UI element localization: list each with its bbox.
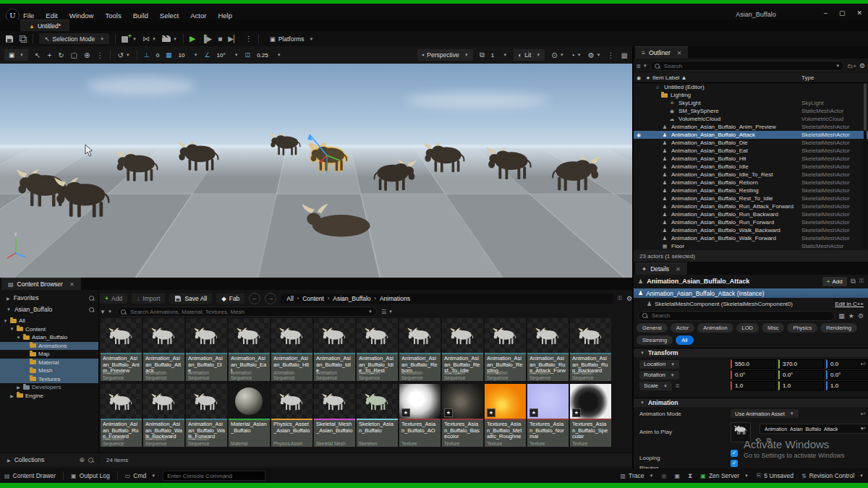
close-button[interactable]: ✕ xyxy=(856,9,862,17)
outliner-row[interactable]: ♟ Animation_Asian_Buffalo_Walk_Forward S… xyxy=(634,234,868,242)
outliner-row[interactable]: ♟ Animation_Asian_Buffalo_Eat SkeletalMe… xyxy=(634,147,868,155)
y-value-field[interactable]: 370.0 xyxy=(778,359,824,369)
outliner-row[interactable]: ♟ Animation_Asian_Buffalo_Rest_To_Idle S… xyxy=(634,194,868,202)
favorites-row[interactable]: ▶ Favorites xyxy=(0,292,98,304)
close-tab-icon[interactable]: ✕ xyxy=(677,50,682,56)
anim-asset-thumbnail[interactable] xyxy=(731,422,751,442)
asset-tile[interactable]: ★ Textures_Asian_Buffalo_AO Texture xyxy=(399,384,441,447)
menu-item[interactable]: Window xyxy=(69,12,94,20)
frame-skip-button[interactable]: ▐▶ xyxy=(201,35,212,43)
menu-item[interactable]: Actor xyxy=(190,12,206,20)
favorites-star-icon[interactable]: ★ xyxy=(848,312,854,320)
menu-item[interactable]: Tools xyxy=(105,12,121,20)
background-tasks-icon[interactable]: ⧗ xyxy=(688,472,692,480)
filter-chip[interactable]: Animation xyxy=(697,323,733,333)
outliner-row[interactable]: ♟ Animation_Asian_Buffalo_Anim_Preview S… xyxy=(634,123,868,131)
asset-tile[interactable]: ★ Animation_Asian_Buffalo_Attack Animati… xyxy=(143,318,184,381)
reset-to-default-icon[interactable]: ↩ xyxy=(861,411,866,417)
trace-dropdown[interactable]: ▥ Trace▼ xyxy=(621,472,654,479)
outliner-filter-icon[interactable]: ≡▼ xyxy=(637,62,647,70)
folder-tree-item[interactable]: Map xyxy=(0,350,98,359)
search-icon[interactable] xyxy=(89,307,94,312)
rotate-tool-icon[interactable]: ↻ xyxy=(58,51,64,59)
asset-searchbox[interactable]: ▼ xyxy=(116,307,377,317)
capture-icon[interactable]: ▣ xyxy=(674,473,680,479)
outliner-row[interactable]: ♟ Animation_Asian_Buffalo_Walk_Backward … xyxy=(634,226,868,234)
transform-section-header[interactable]: ▼Transform xyxy=(634,348,868,357)
minimize-button[interactable]: – xyxy=(824,9,827,17)
add-button[interactable]: +Add xyxy=(100,294,127,304)
folder-tree-item[interactable]: ▼ Content xyxy=(0,325,98,334)
outliner-row[interactable]: ♟ Animation_Asian_Buffalo_Run_Forward Sk… xyxy=(634,218,868,226)
expand-arrow-icon[interactable]: ▶ xyxy=(16,385,21,390)
y-value-field[interactable]: 1.0 xyxy=(778,381,824,390)
folder-tree-item[interactable]: Mesh xyxy=(0,367,98,375)
folder-tree-item[interactable]: ▶ Engine xyxy=(0,392,98,401)
folder-tree-item[interactable]: Animations xyxy=(0,342,98,351)
perspective-dropdown[interactable]: ▪ Perspective▼ xyxy=(417,49,472,61)
visibility-column-eye-icon[interactable]: ◉ xyxy=(634,75,644,81)
platforms-dropdown[interactable]: ▣ Platforms▼ xyxy=(265,33,319,44)
camera-speed-icon[interactable]: ↺▼ xyxy=(117,51,129,59)
grid-snap-icon[interactable]: ▦ xyxy=(166,51,172,59)
breadcrumb-item[interactable]: All xyxy=(286,295,293,302)
viewport-options-dropdown[interactable]: ▣▼ xyxy=(4,49,28,61)
filter-chip[interactable]: Physics xyxy=(787,323,817,333)
add-collection-icon[interactable]: ⊕ xyxy=(79,456,85,463)
stop-button[interactable]: ■ xyxy=(218,35,222,43)
breadcrumb-item[interactable]: Animations xyxy=(380,295,410,302)
fab-button[interactable]: ◆Fab xyxy=(216,294,244,304)
asset-tile[interactable]: ★ Animation_Asian_Buffalo_Walk_Backward … xyxy=(143,384,184,447)
outliner-row[interactable]: ♟ Animation_Asian_Buffalo_Reborn Skeleta… xyxy=(634,179,868,187)
filter-chip[interactable]: LOD xyxy=(736,323,759,333)
x-value-field[interactable]: 1.0 xyxy=(731,381,776,390)
import-button[interactable]: ↓Import xyxy=(132,294,165,304)
back-arrow-icon[interactable]: ← xyxy=(249,293,260,304)
filter-chip[interactable]: General xyxy=(637,323,668,333)
outliner-row[interactable]: ⌂ Untitled (Editor) xyxy=(634,83,868,91)
blueprints-icon[interactable]: ⋈▼ xyxy=(142,35,156,43)
filter-chip[interactable]: Actor xyxy=(671,323,695,333)
viewport-3d[interactable]: z xyxy=(0,64,632,278)
asset-tile[interactable]: ★ Material_Asian_Buffalo Material xyxy=(229,384,270,447)
expand-arrow-icon[interactable]: ▼ xyxy=(9,327,14,331)
viewport-kebab-icon[interactable]: ⋮ xyxy=(608,51,615,59)
view-options-icon[interactable]: ☰▼ xyxy=(381,309,393,315)
save-all-button[interactable]: Save All xyxy=(169,294,212,304)
filter-chip[interactable]: Misc xyxy=(762,323,784,333)
source-control-icon[interactable]: ⧉ xyxy=(19,33,27,46)
breadcrumb-item[interactable]: Content xyxy=(302,295,324,302)
asset-tile[interactable]: ★ Animation_Asian_Buffalo_Reborn Animati… xyxy=(399,318,441,381)
details-search-input[interactable] xyxy=(650,312,830,320)
asset-tile[interactable]: ★ Animation_Asian_Buffalo_Run_Forward An… xyxy=(101,384,142,447)
lit-mode-dropdown[interactable]: ◐ Lit▼ xyxy=(514,49,545,61)
asset-tile[interactable]: ★ Animation_Asian_Buffalo_Walk_Forward A… xyxy=(186,384,227,447)
content-settings-gear-icon[interactable]: ⚙ xyxy=(626,295,632,302)
viewport-settings-gear-icon[interactable]: ⚙▼ xyxy=(588,51,601,59)
use-selected-asset-icon[interactable]: ⧉ xyxy=(767,437,771,445)
asset-tile[interactable]: ★ Textures_Asian_Buffalo_Specular Textur… xyxy=(570,384,611,447)
edit-in-cpp-link[interactable]: Edit in C++ xyxy=(835,301,864,307)
add-actor-icon[interactable]: +▼ xyxy=(122,35,137,43)
outliner-search-input[interactable] xyxy=(663,62,831,70)
details-instance-row[interactable]: ♟ Animation_Asian_Buffalo_Attack (Instan… xyxy=(634,288,868,298)
menu-item[interactable]: Build xyxy=(133,12,148,20)
asset-tile[interactable]: ★ Animation_Asian_Buffalo_Run_Attack_For… xyxy=(527,318,569,381)
transform-kebab-icon[interactable]: ⋮ xyxy=(96,51,103,59)
rotation-snap-icon[interactable]: ∠ xyxy=(204,51,210,59)
maximize-viewport-icon[interactable]: ▦ xyxy=(621,51,628,59)
search-chevron-icon[interactable]: ▼ xyxy=(368,309,373,314)
outliner-row[interactable]: ◉ SM_SkySphere StaticMeshActor xyxy=(634,107,868,115)
project-row[interactable]: ▼ Asian_Buffalo xyxy=(0,304,98,315)
display-options-icon[interactable]: ▦ xyxy=(838,312,845,320)
close-tab-icon[interactable]: ✕ xyxy=(676,266,681,273)
cmd-dropdown[interactable]: ▭ Cmd▼ xyxy=(125,472,156,479)
screenshot-icon[interactable]: ◎ xyxy=(661,473,666,479)
folder-tree-item[interactable]: ▼ All xyxy=(0,317,98,325)
asset-tile[interactable]: ★ Animation_Asian_Buffalo_Eat Animation … xyxy=(229,318,270,381)
lock-content-browser-icon[interactable]: ⚿ xyxy=(618,295,622,302)
unsaved-button[interactable]: ⎘ 5 Unsaved xyxy=(757,472,793,479)
level-tab[interactable]: ▲ Untitled* xyxy=(20,20,69,32)
asset-tile[interactable]: ★ Animation_Asian_Buffalo_Run_Backward A… xyxy=(570,318,611,381)
maximize-button[interactable]: ▢ xyxy=(839,9,846,17)
